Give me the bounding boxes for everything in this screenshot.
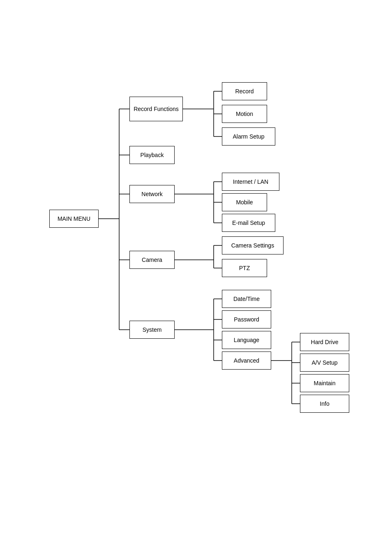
av-setup-node: A/V Setup: [300, 354, 349, 372]
internet-lan-node: Internet / LAN: [222, 173, 279, 191]
ptz-node: PTZ: [222, 259, 267, 277]
hard-drive-node: Hard Drive: [300, 333, 349, 351]
advanced-node: Advanced: [222, 352, 271, 370]
alarm-setup-node: Alarm Setup: [222, 127, 275, 146]
record-functions-node: Record Functions: [129, 97, 183, 121]
motion-node: Motion: [222, 105, 267, 123]
playback-node: Playback: [129, 146, 175, 164]
info-node: Info: [300, 395, 349, 413]
camera-settings-node: Camera Settings: [222, 236, 284, 254]
password-node: Password: [222, 310, 271, 328]
network-node: Network: [129, 185, 175, 203]
language-node: Language: [222, 331, 271, 349]
maintain-node: Maintain: [300, 374, 349, 392]
datetime-node: Date/Time: [222, 290, 271, 308]
mobile-node: Mobile: [222, 193, 267, 211]
diagram: MAIN MENURecord FunctionsPlaybackNetwork…: [25, 33, 378, 423]
email-setup-node: E-mail Setup: [222, 214, 275, 232]
system-node: System: [129, 321, 175, 339]
camera-node: Camera: [129, 251, 175, 269]
record-node: Record: [222, 82, 267, 100]
main-menu-node: MAIN MENU: [49, 210, 99, 228]
